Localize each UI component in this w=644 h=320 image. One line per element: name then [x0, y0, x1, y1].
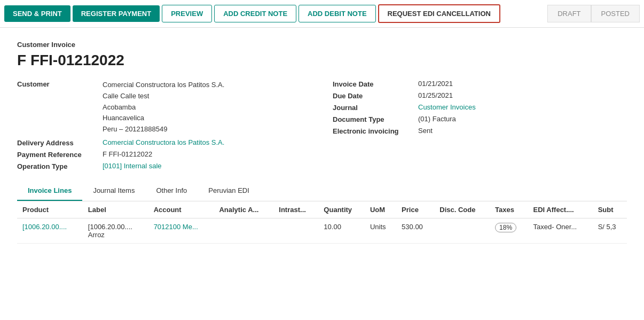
col-intrast: Intrast... [273, 201, 318, 218]
status-area: DRAFT POSTED [547, 5, 640, 22]
cell-disc-code [434, 218, 490, 243]
cell-product[interactable]: [1006.20.00.... [17, 218, 83, 243]
cell-uom: Units [365, 218, 396, 243]
tab-journal-items[interactable]: Journal Items [82, 181, 145, 201]
delivery-value[interactable]: Comercial Constructora los Patitos S.A. [103, 138, 224, 146]
tab-peruvian-edi[interactable]: Peruvian EDI [198, 181, 260, 201]
tab-invoice-lines[interactable]: Invoice Lines [17, 181, 82, 201]
main-content: Customer Invoice F FFI-01212022 Customer… [0, 28, 644, 244]
status-posted-button[interactable]: POSTED [591, 5, 640, 22]
cell-intrast [273, 218, 318, 243]
tax-badge: 18% [495, 223, 516, 232]
col-account: Account [148, 201, 214, 218]
col-label: Label [83, 201, 148, 218]
payment-ref-row: Payment Reference F FFI-01212022 [17, 150, 311, 159]
e-invoicing-row: Electronic invoicing Sent [333, 127, 627, 135]
info-right: Invoice Date 01/21/2021 Due Date 01/25/2… [333, 80, 627, 170]
operation-type-row: Operation Type [0101] Internal sale [17, 162, 311, 170]
cell-edi-affect: Taxed- Oner... [528, 218, 593, 243]
invoice-lines-table: Product Label Account Analytic A... Intr… [17, 201, 627, 244]
customer-address: Comercial Constructora los Patitos S.A. … [103, 80, 224, 135]
customer-addr4: Peru – 20121888549 [103, 124, 224, 135]
col-price: Price [396, 201, 434, 218]
due-date-row: Due Date 01/25/2021 [333, 91, 627, 100]
invoice-date-value: 01/21/2021 [418, 80, 453, 88]
operation-type-value[interactable]: [0101] Internal sale [103, 162, 162, 170]
doc-type-label: Document Type [333, 115, 418, 123]
add-debit-note-button[interactable]: ADD DEBIT NOTE [299, 5, 376, 22]
doc-type-value: (01) Factura [418, 115, 456, 123]
delivery-row: Delivery Address Comercial Constructora … [17, 138, 311, 147]
delivery-label: Delivery Address [17, 138, 103, 147]
due-date-label: Due Date [333, 91, 418, 100]
cell-taxes: 18% [490, 218, 528, 243]
payment-ref-label: Payment Reference [17, 150, 103, 159]
due-date-value: 01/25/2021 [418, 91, 453, 99]
info-left: Customer Comercial Constructora los Pati… [17, 80, 311, 170]
tabs: Invoice Lines Journal Items Other Info P… [17, 181, 627, 201]
col-quantity: Quantity [318, 201, 365, 218]
register-payment-button[interactable]: REGISTER PAYMENT [73, 5, 160, 22]
info-grid: Customer Comercial Constructora los Pati… [17, 80, 627, 170]
col-subtotal: Subt [593, 201, 627, 218]
table-row: [1006.20.00.... [1006.20.00.... Arroz 70… [17, 218, 627, 243]
request-edi-cancellation-button[interactable]: REQUEST EDI CANCELLATION [378, 4, 500, 23]
cell-price: 530.00 [396, 218, 434, 243]
e-invoicing-label: Electronic invoicing [333, 127, 418, 135]
document-title: F FFI-01212022 [17, 52, 627, 69]
toolbar: SEND & PRINT REGISTER PAYMENT PREVIEW AD… [0, 0, 644, 28]
payment-ref-value: F FFI-01212022 [103, 150, 152, 158]
col-edi-affect: EDI Affect.... [528, 201, 593, 218]
col-uom: UoM [365, 201, 396, 218]
customer-name[interactable]: Comercial Constructora los Patitos S.A. [103, 80, 224, 91]
doc-type-row: Document Type (01) Factura [333, 115, 627, 123]
operation-type-label: Operation Type [17, 162, 103, 170]
customer-addr2: Acobamba [103, 102, 224, 113]
cell-account[interactable]: 7012100 Me... [148, 218, 214, 243]
invoice-date-label: Invoice Date [333, 80, 418, 88]
col-disc-code: Disc. Code [434, 201, 490, 218]
customer-addr3: Huancavelica [103, 113, 224, 124]
invoice-date-row: Invoice Date 01/21/2021 [333, 80, 627, 88]
journal-label: Journal [333, 103, 418, 112]
cell-analytic [214, 218, 273, 243]
cell-quantity: 10.00 [318, 218, 365, 243]
cell-subtotal: S/ 5,3 [593, 218, 627, 243]
status-draft-button[interactable]: DRAFT [547, 5, 591, 22]
customer-label: Customer [17, 80, 103, 88]
col-product: Product [17, 201, 83, 218]
col-analytic: Analytic A... [214, 201, 273, 218]
send-print-button[interactable]: SEND & PRINT [4, 5, 70, 22]
cell-label-line2: Arroz [88, 231, 143, 239]
preview-button[interactable]: PREVIEW [162, 5, 212, 22]
cell-label: [1006.20.00.... Arroz [83, 218, 148, 243]
e-invoicing-value: Sent [418, 127, 433, 135]
tab-other-info[interactable]: Other Info [145, 181, 198, 201]
journal-row: Journal Customer Invoices [333, 103, 627, 112]
customer-addr1: Calle Calle test [103, 91, 224, 102]
journal-value[interactable]: Customer Invoices [418, 103, 476, 111]
customer-row: Customer Comercial Constructora los Pati… [17, 80, 311, 135]
cell-label-line1: [1006.20.00.... [88, 223, 143, 231]
document-type-label: Customer Invoice [17, 41, 627, 49]
col-taxes: Taxes [490, 201, 528, 218]
add-credit-note-button[interactable]: ADD CREDIT NOTE [214, 5, 296, 22]
